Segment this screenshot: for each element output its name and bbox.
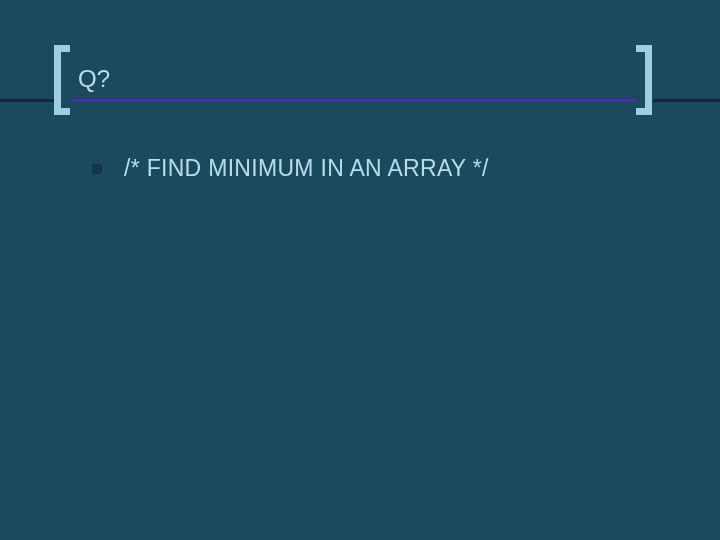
content-area: /* FIND MINIMUM IN AN ARRAY */	[92, 155, 489, 182]
divider-left	[0, 99, 55, 102]
bullet-text: /* FIND MINIMUM IN AN ARRAY */	[124, 155, 489, 182]
divider-right	[653, 99, 720, 102]
divider-center	[72, 99, 636, 102]
title-bar: Q?	[0, 45, 720, 115]
bracket-right-icon	[636, 45, 652, 115]
bracket-left-icon	[54, 45, 70, 115]
slide: Q? /* FIND MINIMUM IN AN ARRAY */	[0, 0, 720, 540]
slide-title: Q?	[78, 65, 110, 93]
bullet-icon	[92, 164, 102, 174]
